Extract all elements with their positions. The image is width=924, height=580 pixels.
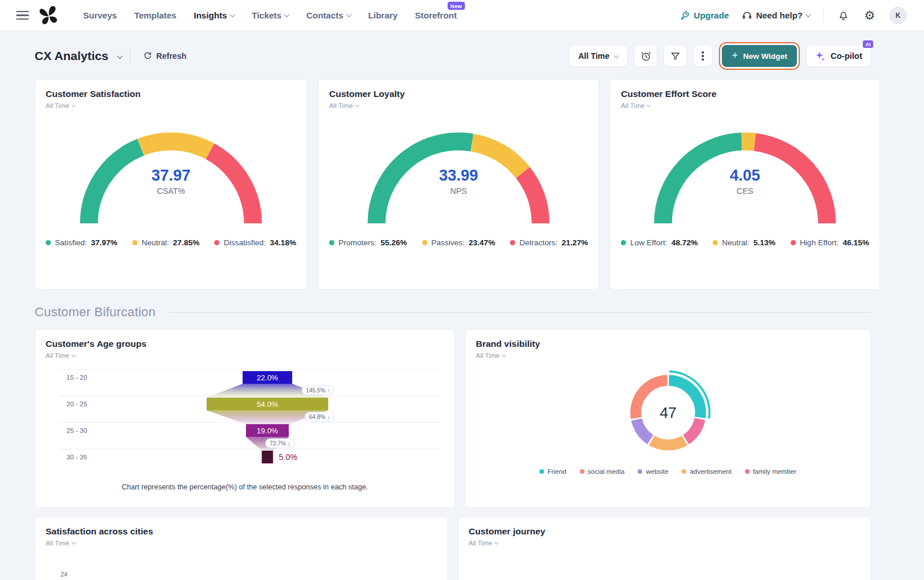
legend-item[interactable]: social media: [580, 468, 625, 475]
card-title: Brand visibility: [476, 339, 860, 349]
funnel-caption: Chart represents the percentage(%) of th…: [46, 483, 444, 491]
svg-text:15 - 20: 15 - 20: [66, 374, 87, 381]
card-time-filter[interactable]: All Time: [46, 540, 75, 547]
chevron-down-icon: [494, 540, 498, 544]
gear-icon: ⚙: [865, 9, 875, 21]
svg-text:37.97: 37.97: [151, 167, 191, 184]
age-groups-funnel-chart[interactable]: 15 - 2022.0%20 - 2554.0%25 - 3019.0%30 -…: [46, 366, 444, 465]
legend-item: Neutral: 5.13%: [713, 238, 776, 247]
brand-visibility-donut-chart[interactable]: 47: [599, 364, 737, 461]
schedule-report-button[interactable]: [634, 45, 657, 67]
nav-item-library[interactable]: Library: [368, 10, 398, 20]
divider: [823, 8, 824, 23]
svg-text:145.5% ↑: 145.5% ↑: [306, 387, 330, 394]
card-time-filter[interactable]: All Time: [621, 102, 650, 109]
copilot-button[interactable]: Co-pilot AI: [806, 45, 871, 67]
legend-dot: [46, 240, 51, 245]
svg-text:54.0%: 54.0%: [257, 400, 278, 409]
card-time-filter[interactable]: All Time: [476, 352, 505, 359]
svg-text:25 - 30: 25 - 30: [66, 427, 87, 434]
new-badge: New: [448, 2, 465, 10]
legend-dot: [681, 469, 686, 474]
card-time-filter[interactable]: All Time: [46, 102, 75, 109]
gauge-legend: Satisfied: 37.97% Neutral: 27.85% Dissat…: [46, 238, 296, 247]
refresh-button[interactable]: Refresh: [140, 51, 190, 61]
chevron-down-icon: [355, 103, 359, 107]
card-title: Customer journey: [469, 526, 860, 537]
nav-item-tickets[interactable]: Tickets: [252, 10, 289, 20]
nav-item-contacts[interactable]: Contacts: [306, 10, 351, 20]
card-title: Customer Effort Score: [621, 89, 869, 99]
legend-dot: [132, 240, 137, 245]
card-time-filter[interactable]: All Time: [46, 352, 75, 359]
legend-dot: [539, 469, 544, 474]
legend-dot: [638, 469, 642, 474]
legend-item[interactable]: advertisement: [681, 468, 731, 475]
upgrade-link[interactable]: Upgrade: [680, 10, 729, 20]
legend-dot: [713, 240, 718, 245]
legend-item: Low Effort: 48.72%: [621, 238, 698, 247]
legend-item[interactable]: family member: [745, 468, 796, 475]
nav-item-surveys[interactable]: Surveys: [83, 10, 117, 20]
chevron-down-icon: [502, 353, 506, 357]
settings-gear-button[interactable]: ⚙: [863, 9, 877, 23]
gauge-legend: Promoters: 55.26% Passives: 23.47% Detra…: [329, 238, 588, 247]
legend-dot: [791, 240, 796, 245]
kebab-menu-icon: [702, 55, 704, 57]
legend-item: Passives: 23.47%: [422, 238, 495, 247]
new-widget-button[interactable]: + New Widget: [722, 45, 797, 67]
refresh-icon: [143, 51, 152, 61]
legend-item[interactable]: website: [638, 468, 668, 475]
sparkle-icon: [815, 51, 826, 62]
dashboard-switcher-button[interactable]: [116, 50, 124, 63]
card-customer-loyalty: Customer Loyalty All Time 33.99NPS Promo…: [318, 79, 599, 290]
section-title: Customer Bifurcation: [35, 305, 155, 320]
svg-text:NPS: NPS: [450, 186, 467, 196]
card-customer-satisfaction: Customer Satisfaction All Time 37.97CSAT…: [35, 79, 307, 290]
more-options-button[interactable]: [693, 45, 713, 67]
user-avatar[interactable]: K: [889, 7, 907, 24]
card-customer-effort-score: Customer Effort Score All Time 4.05CES L…: [610, 79, 880, 290]
legend-dot: [621, 240, 626, 245]
time-filter-dropdown[interactable]: All Time: [569, 45, 628, 67]
nav-item-templates[interactable]: Templates: [134, 10, 176, 20]
card-time-filter[interactable]: All Time: [469, 540, 498, 547]
csat-gauge-chart[interactable]: 37.97CSAT%: [73, 124, 269, 226]
legend-dot: [214, 240, 219, 245]
chevron-down-icon: [806, 12, 811, 17]
nav-item-insights[interactable]: Insights: [193, 10, 234, 20]
nps-gauge-chart[interactable]: 33.99NPS: [360, 124, 557, 226]
headset-icon: [742, 10, 752, 21]
top-navbar: Surveys Templates Insights Tickets Conta…: [0, 0, 924, 31]
page-title: CX Analytics: [35, 49, 109, 63]
card-satisfaction-across-cities: Satisfaction across cities All Time 24: [35, 517, 448, 580]
need-help-menu[interactable]: Need help?: [742, 10, 810, 21]
card-age-groups: Customer's Age groups All Time 15 - 2022…: [35, 329, 455, 508]
donut-legend: Friend social media website advertisemen…: [476, 468, 860, 475]
legend-item: Neutral: 27.85%: [132, 238, 199, 247]
divider: [130, 49, 131, 63]
card-time-filter[interactable]: All Time: [329, 102, 359, 109]
legend-dot: [422, 240, 427, 245]
legend-item: Satisfied: 37.97%: [46, 238, 117, 247]
hamburger-menu-icon[interactable]: [16, 11, 29, 20]
legend-item[interactable]: Friend: [539, 468, 567, 475]
svg-text:30 - 35: 30 - 35: [66, 454, 87, 461]
svg-text:64.8% ↓: 64.8% ↓: [309, 414, 330, 420]
chevron-down-icon: [647, 103, 651, 107]
svg-text:20 - 25: 20 - 25: [66, 401, 87, 407]
nav-item-storefront[interactable]: Storefront New: [415, 10, 457, 20]
svg-text:19.0%: 19.0%: [257, 426, 278, 435]
chevron-down-icon: [117, 53, 122, 59]
main-nav: Surveys Templates Insights Tickets Conta…: [83, 10, 457, 20]
rocket-icon: [680, 10, 690, 20]
card-brand-visibility: Brand visibility All Time 47 Friend soci…: [465, 329, 871, 508]
filter-button[interactable]: [664, 45, 687, 67]
legend-item: Dissatisfied: 34.18%: [214, 238, 296, 247]
ces-gauge-chart[interactable]: 4.05CES: [647, 124, 843, 226]
notifications-bell-button[interactable]: [836, 9, 850, 23]
chevron-down-icon: [614, 53, 620, 58]
app-logo[interactable]: [38, 5, 59, 26]
svg-text:22.0%: 22.0%: [257, 373, 278, 382]
chevron-down-icon: [72, 540, 76, 544]
